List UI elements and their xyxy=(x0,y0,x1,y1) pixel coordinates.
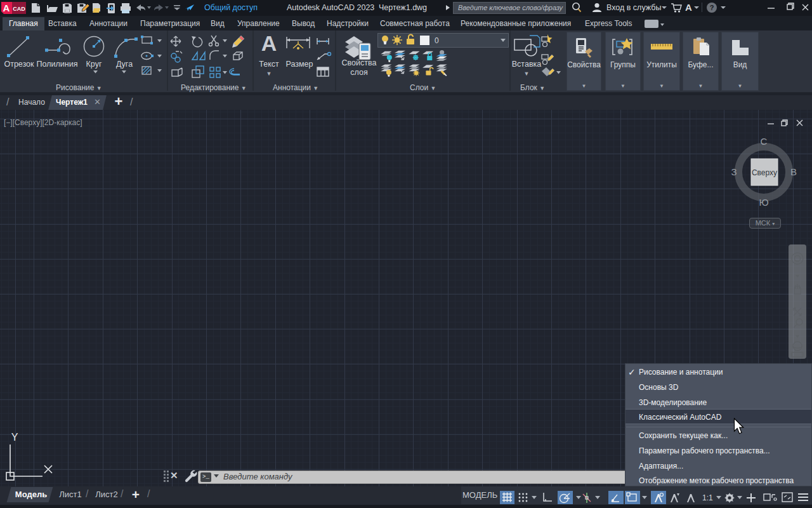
svg-text:В: В xyxy=(790,166,797,177)
svg-text:З: З xyxy=(731,166,737,177)
svg-text:Сверху: Сверху xyxy=(752,168,777,177)
svg-text:0: 0 xyxy=(435,36,439,45)
svg-text:Ю: Ю xyxy=(759,197,768,208)
svg-text:?: ? xyxy=(710,4,714,11)
svg-text:Y: Y xyxy=(11,432,18,443)
svg-text:1:1: 1:1 xyxy=(702,493,713,502)
svg-text:CAD: CAD xyxy=(13,6,25,12)
svg-text:A: A xyxy=(3,3,10,13)
svg-text:С: С xyxy=(761,136,768,147)
